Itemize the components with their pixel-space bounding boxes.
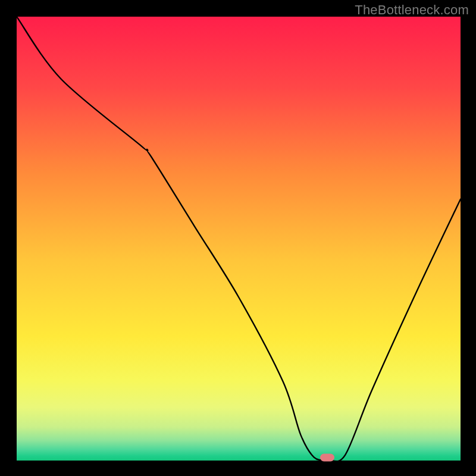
chart-curve-svg [17,17,461,462]
chart-plot-area [17,17,461,462]
watermark-text: TheBottleneck.com [355,2,469,18]
optimal-point-marker [320,453,334,461]
bottleneck-curve [17,17,461,461]
